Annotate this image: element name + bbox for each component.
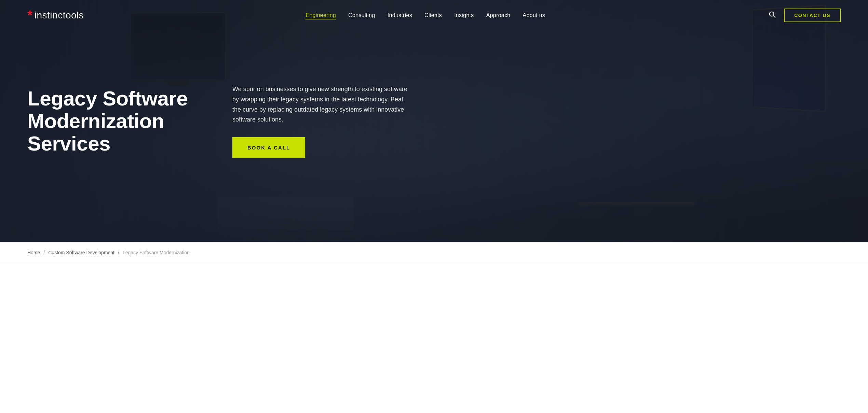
nav-item-engineering[interactable]: Engineering <box>306 12 336 18</box>
search-icon <box>768 11 776 20</box>
book-call-button[interactable]: BOOK A CALL <box>232 137 305 158</box>
nav-item-consulting[interactable]: Consulting <box>348 12 375 18</box>
breadcrumb-home-link[interactable]: Home <box>27 250 40 255</box>
hero-title-line3: Services <box>27 132 110 155</box>
hero-title: Legacy Software Modernization Services <box>27 87 205 155</box>
nav-link-consulting[interactable]: Consulting <box>348 12 375 18</box>
navbar: * instinctools Engineering Consulting In… <box>0 0 868 31</box>
nav-link-about[interactable]: About us <box>523 12 545 18</box>
hero-section: * instinctools Engineering Consulting In… <box>0 0 868 242</box>
navbar-actions: CONTACT US <box>767 9 841 22</box>
logo-name: instinctools <box>35 10 84 21</box>
logo-asterisk-icon: * <box>27 9 32 22</box>
logo[interactable]: * instinctools <box>27 9 84 22</box>
nav-link-insights[interactable]: Insights <box>454 12 474 18</box>
hero-title-line2: Modernization <box>27 110 164 132</box>
svg-line-1 <box>773 16 775 17</box>
nav-link-engineering[interactable]: Engineering <box>306 12 336 18</box>
nav-item-approach[interactable]: Approach <box>486 12 511 18</box>
search-button[interactable] <box>767 9 777 22</box>
hero-title-line1: Legacy Software <box>27 87 188 110</box>
breadcrumb-current: Legacy Software Modernization <box>123 250 190 255</box>
nav-menu: Engineering Consulting Industries Client… <box>306 12 545 18</box>
breadcrumb-separator-2: / <box>118 250 119 255</box>
breadcrumb-custom-software[interactable]: Custom Software Development <box>48 250 114 255</box>
nav-item-industries[interactable]: Industries <box>388 12 412 18</box>
breadcrumb-custom-software-link[interactable]: Custom Software Development <box>48 250 114 255</box>
hero-content: Legacy Software Modernization Services W… <box>0 84 868 158</box>
hero-title-area: Legacy Software Modernization Services <box>27 87 205 155</box>
nav-item-clients[interactable]: Clients <box>424 12 442 18</box>
breadcrumb-bar: Home / Custom Software Development / Leg… <box>0 242 868 263</box>
hero-cta-area: We spur on businesses to give new streng… <box>232 84 410 158</box>
breadcrumb-home[interactable]: Home <box>27 250 40 255</box>
hero-description: We spur on businesses to give new streng… <box>232 84 410 125</box>
nav-link-approach[interactable]: Approach <box>486 12 511 18</box>
nav-item-insights[interactable]: Insights <box>454 12 474 18</box>
breadcrumb-separator-1: / <box>43 250 45 255</box>
nav-link-industries[interactable]: Industries <box>388 12 412 18</box>
contact-button[interactable]: CONTACT US <box>784 9 841 22</box>
nav-item-about[interactable]: About us <box>523 12 545 18</box>
nav-link-clients[interactable]: Clients <box>424 12 442 18</box>
